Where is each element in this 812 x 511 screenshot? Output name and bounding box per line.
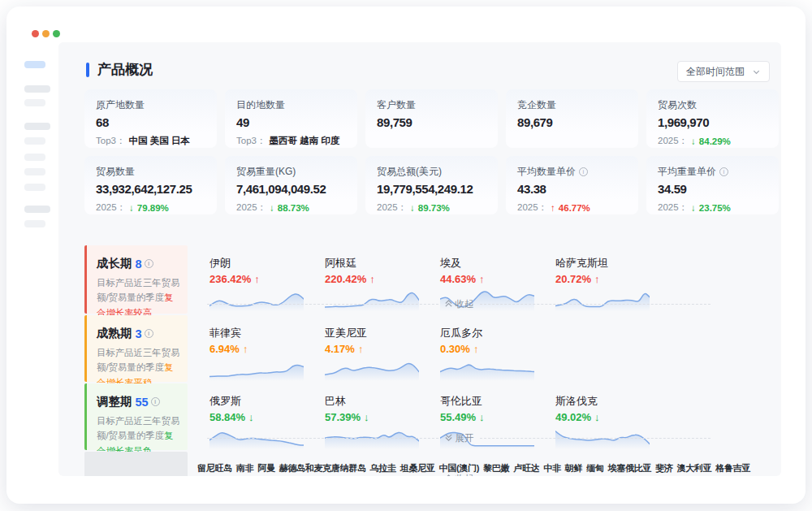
stat-sub-value: 中国 美国 日本: [128, 135, 189, 147]
info-icon[interactable]: [145, 329, 153, 338]
stat-card-sub: 2025： ↑ 46.77%: [517, 201, 628, 214]
country-change-value: 220.42%: [325, 273, 366, 285]
app-window: 产品概况 全部时间范围 原产地数量 68 Top3： 中国 美国 日本 目的地数…: [6, 6, 806, 504]
lifecycle-group: 其他国家 16 留尼旺岛南非阿曼赫德岛和麦克唐纳群岛乌拉圭坦桑尼亚中国(澳门)黎…: [84, 452, 779, 476]
trend-arrow-icon: ↓: [691, 136, 696, 146]
toggle-button[interactable]: 展开: [444, 432, 474, 444]
sidebar-skeleton-item[interactable]: [24, 168, 45, 175]
stat-cards: 原产地数量 68 Top3： 中国 美国 日本 目的地数量 49 Top3： 墨…: [84, 89, 779, 214]
group-label: 其他国家 16: [84, 452, 188, 476]
toggle-chevron: [444, 299, 453, 310]
window-controls: [32, 30, 60, 37]
close-window-button[interactable]: [32, 30, 39, 37]
stat-card: 原产地数量 68 Top3： 中国 美国 日本: [84, 89, 217, 148]
country-name: 巴林: [325, 394, 440, 409]
country-change-value: 0.30%: [440, 343, 470, 355]
stat-card-label: 目的地数量: [236, 98, 348, 112]
info-icon[interactable]: [579, 167, 588, 176]
stat-sub-prefix: 2025：: [517, 201, 547, 214]
stat-card-sub: 2025： ↓ 88.73%: [236, 201, 348, 214]
lifecycle-group: 成长期 8 目标产品近三年贸易额/贸易量的季度复合增长率较高 伊朗 236.42…: [84, 245, 779, 314]
country-trend-card[interactable]: 菲律宾 6.94% ↑: [209, 326, 325, 381]
stat-label-text: 贸易重量(KG): [236, 165, 296, 179]
country-change: 4.17% ↑: [325, 343, 440, 355]
sidebar-skeleton-item[interactable]: [24, 184, 45, 191]
stat-label-text: 原产地数量: [96, 98, 145, 112]
sidebar-skeleton-item[interactable]: [24, 220, 45, 227]
sidebar-skeleton-item[interactable]: [24, 154, 45, 161]
sidebar-skeleton-item[interactable]: [24, 123, 50, 130]
toggle-label: 展开: [456, 432, 474, 444]
country-change: 58.84% ↓: [209, 411, 325, 423]
group-name: 成长期: [97, 256, 132, 271]
trend-arrow-icon: ↓: [594, 411, 600, 423]
stat-card-sub: 2025： ↓ 23.75%: [658, 201, 769, 214]
stat-sub-value: 23.75%: [699, 203, 731, 213]
stat-card-value: 89,679: [517, 115, 628, 129]
group-desc: 目标产品近三年贸易额/贸易量的季度复合增长率较高: [97, 275, 181, 320]
toggle-button[interactable]: 收起: [444, 473, 474, 476]
stat-card: 客户数量 89,759: [365, 89, 498, 148]
stat-card: 目的地数量 49 Top3： 墨西哥 越南 印度: [225, 89, 357, 148]
stat-card-value: 7,461,094,049.52: [236, 182, 348, 196]
minimize-window-button[interactable]: [42, 30, 50, 37]
time-range-dropdown[interactable]: 全部时间范围: [677, 61, 770, 82]
country-change: 236.42% ↑: [209, 273, 325, 285]
toggle-button[interactable]: 收起: [444, 298, 474, 310]
trend-arrow-icon: ↓: [129, 203, 134, 213]
divider-line: [480, 438, 711, 439]
other-country-name[interactable]: 格鲁吉亚: [715, 462, 750, 474]
country-change: 55.49% ↓: [440, 411, 555, 423]
country-name: 俄罗斯: [209, 394, 325, 409]
trend-arrow-icon: ↑: [369, 273, 375, 285]
sidebar-skeleton-item-active[interactable]: [24, 61, 45, 68]
trend-arrow-icon: ↓: [410, 203, 415, 213]
country-change-value: 57.39%: [325, 411, 361, 423]
stat-card-label: 贸易次数: [658, 98, 769, 112]
trend-arrow-icon: ↓: [479, 411, 485, 423]
trend-arrow-icon: ↑: [254, 273, 260, 285]
country-trend-card[interactable]: 厄瓜多尔 0.30% ↑: [440, 326, 555, 381]
group-name: 成熟期: [97, 326, 132, 341]
stat-sub-prefix: Top3：: [96, 135, 125, 147]
country-name: 菲律宾: [209, 326, 325, 340]
country-change-value: 55.49%: [440, 411, 476, 423]
sidebar-skeleton-item[interactable]: [24, 206, 50, 213]
sidebar-skeleton-item[interactable]: [24, 99, 45, 106]
stat-label-text: 平均数量单价: [517, 165, 576, 179]
stat-card-sub: 2025： ↓ 79.89%: [96, 201, 207, 214]
sidebar-skeleton-item[interactable]: [24, 137, 45, 145]
stat-sub-prefix: Top3：: [236, 135, 266, 147]
stat-card-label: 平均数量单价: [517, 165, 628, 179]
group-content: 俄罗斯 58.84% ↓ 巴林 57.39% ↓ 哥伦比亚 55.49% ↓ 斯…: [188, 383, 779, 450]
info-icon[interactable]: [151, 397, 160, 406]
country-trend-card[interactable]: 亚美尼亚 4.17% ↑: [325, 326, 440, 381]
country-change: 0.30% ↑: [440, 343, 555, 355]
trend-arrow-icon: ↑: [479, 273, 485, 285]
product-overview-panel: 产品概况 全部时间范围 原产地数量 68 Top3： 中国 美国 日本 目的地数…: [58, 42, 781, 476]
sparkline-svg: [209, 357, 304, 381]
lifecycle-group: 成熟期 3 目标产品近三年贸易额/贸易量的季度复合增长率平稳 菲律宾 6.94%…: [84, 315, 779, 382]
stat-card-sub: Top3： 中国 美国 日本: [96, 135, 207, 147]
info-icon[interactable]: [719, 167, 728, 176]
stat-card-label: 竞企数量: [517, 98, 628, 112]
stat-card: 贸易重量(KG) 7,461,094,049.52 2025： ↓ 88.73%: [225, 156, 357, 214]
stat-sub-prefix: 2025：: [658, 201, 688, 214]
stat-card-value: 68: [96, 115, 207, 129]
chevron-up-double-icon: [444, 299, 453, 308]
info-icon[interactable]: [145, 259, 153, 268]
stat-card-label: 贸易重量(KG): [236, 165, 348, 179]
trend-arrow-icon: ↑: [551, 203, 555, 213]
stat-sub-value: 46.77%: [559, 203, 590, 213]
maximize-window-button[interactable]: [53, 30, 60, 37]
country-change: 57.39% ↓: [325, 411, 440, 423]
stat-card: 贸易次数 1,969,970 2025： ↓ 84.29%: [646, 89, 779, 148]
country-change: 220.42% ↑: [325, 273, 440, 285]
trend-sparkline: [209, 357, 325, 381]
sidebar-skeleton-item[interactable]: [24, 85, 50, 93]
country-change: 44.63% ↑: [440, 273, 555, 285]
country-change: 49.02% ↓: [555, 411, 671, 423]
stat-sub-value: 88.73%: [278, 203, 309, 213]
toggle-label: 收起: [456, 473, 474, 476]
country-name: 亚美尼亚: [325, 326, 440, 340]
